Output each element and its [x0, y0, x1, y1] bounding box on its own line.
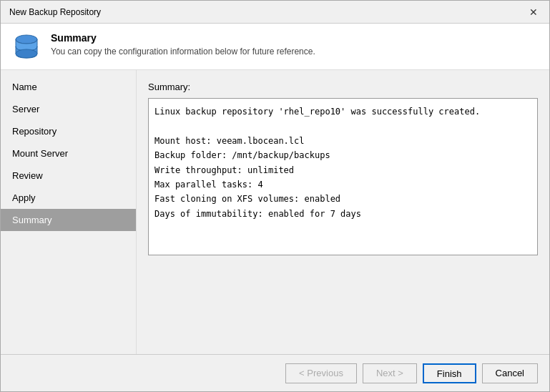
sidebar-item-mount-server[interactable]: Mount Server: [1, 142, 136, 165]
header-area: Summary You can copy the configuration i…: [1, 24, 549, 70]
sidebar-item-server[interactable]: Server: [1, 98, 136, 120]
sidebar-item-name[interactable]: Name: [1, 76, 136, 98]
sidebar-item-repository[interactable]: Repository: [1, 120, 136, 142]
header-text: Summary You can copy the configuration i…: [51, 32, 315, 57]
summary-text-box[interactable]: [148, 98, 538, 255]
content-area: Summary:: [137, 70, 549, 354]
sidebar-item-summary[interactable]: Summary: [1, 209, 136, 231]
title-bar: New Backup Repository ✕: [1, 1, 549, 24]
close-button[interactable]: ✕: [526, 5, 541, 19]
next-button[interactable]: Next >: [363, 363, 417, 383]
database-icon: [12, 32, 41, 61]
sidebar-item-apply[interactable]: Apply: [1, 187, 136, 209]
main-content: Name Server Repository Mount Server Revi…: [1, 70, 549, 354]
svg-point-0: [16, 35, 37, 44]
footer: < Previous Next > Finish Cancel: [1, 354, 549, 391]
cancel-button[interactable]: Cancel: [482, 363, 538, 383]
svg-point-1: [16, 49, 37, 58]
new-backup-repository-dialog: New Backup Repository ✕ Summary You can …: [0, 0, 550, 392]
dialog-title: New Backup Repository: [9, 7, 101, 17]
previous-button[interactable]: < Previous: [285, 363, 357, 383]
summary-label: Summary:: [148, 82, 538, 92]
header-title: Summary: [51, 32, 315, 44]
sidebar: Name Server Repository Mount Server Revi…: [1, 70, 137, 354]
header-description: You can copy the configuration informati…: [51, 46, 315, 57]
finish-button[interactable]: Finish: [423, 363, 476, 383]
sidebar-item-review[interactable]: Review: [1, 165, 136, 187]
